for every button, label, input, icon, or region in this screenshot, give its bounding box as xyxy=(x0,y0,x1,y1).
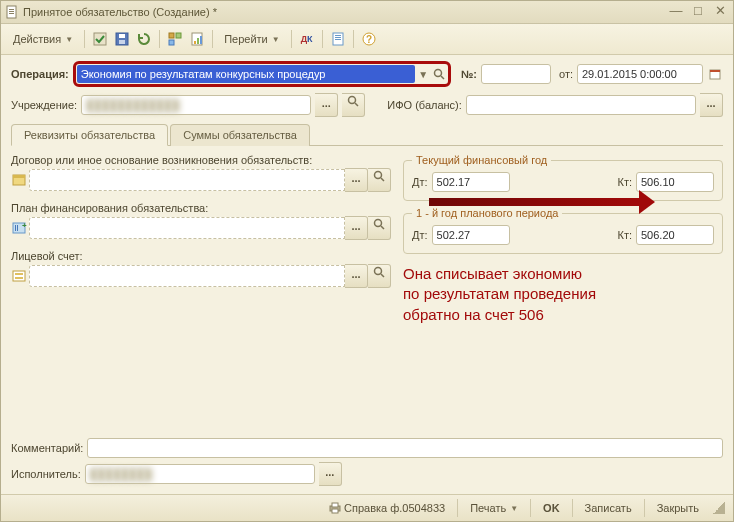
minimize-button[interactable]: — xyxy=(667,5,685,19)
tabs: Реквизиты обязательства Суммы обязательс… xyxy=(11,123,723,146)
p1-kt-input[interactable]: 506.20 xyxy=(636,225,714,245)
document-icon xyxy=(5,5,19,19)
p1-dt-input[interactable]: 502.27 xyxy=(432,225,510,245)
save-icon[interactable] xyxy=(112,29,132,49)
structure-icon[interactable] xyxy=(165,29,185,49)
account-ref-icon[interactable] xyxy=(11,268,27,284)
svg-rect-24 xyxy=(710,70,720,72)
svg-rect-3 xyxy=(9,13,14,14)
svg-rect-16 xyxy=(335,35,341,36)
svg-point-29 xyxy=(375,172,382,179)
basis-input[interactable] xyxy=(29,169,345,191)
plan-open-button[interactable] xyxy=(368,216,391,240)
svg-rect-8 xyxy=(169,33,174,38)
operation-value: Экономия по результатам конкурсных проце… xyxy=(81,68,326,80)
reference-button[interactable]: Справка ф.0504833 xyxy=(322,500,451,516)
svg-rect-1 xyxy=(9,9,14,10)
dropdown-icon[interactable]: ▼ xyxy=(415,66,431,82)
operation-highlight: Экономия по результатам конкурсных проце… xyxy=(73,61,451,87)
svg-text:+: + xyxy=(22,221,27,230)
help-icon[interactable]: ? xyxy=(359,29,379,49)
save-button[interactable]: Записать xyxy=(579,500,638,516)
dtkt-icon[interactable]: ДК xyxy=(297,29,317,49)
goto-menu[interactable]: Перейти▼ xyxy=(218,31,286,47)
basis-open-button[interactable] xyxy=(368,168,391,192)
org-select-button[interactable]: ... xyxy=(315,93,338,117)
cur-kt-input[interactable]: 506.10 xyxy=(636,172,714,192)
number-label: №: xyxy=(461,68,477,80)
svg-rect-38 xyxy=(15,273,23,275)
form-area: Операция: Экономия по результатам конкур… xyxy=(1,55,733,494)
app-window: Принятое обязательство (Создание) * — □ … xyxy=(0,0,734,522)
resize-grip[interactable] xyxy=(713,502,725,514)
maximize-button[interactable]: □ xyxy=(689,5,707,19)
ok-button[interactable]: OK xyxy=(537,500,566,516)
plan-select-button[interactable]: ... xyxy=(345,216,368,240)
p1-dt-label: Дт: xyxy=(412,229,428,241)
account-select-button[interactable]: ... xyxy=(345,264,368,288)
account-label: Лицевой счет: xyxy=(11,250,391,262)
org-label: Учреждение: xyxy=(11,99,77,111)
account-open-button[interactable] xyxy=(368,264,391,288)
svg-rect-18 xyxy=(335,39,341,40)
svg-rect-2 xyxy=(9,11,14,12)
svg-rect-4 xyxy=(94,33,106,45)
svg-line-22 xyxy=(441,76,444,79)
p1-kt-label: Кт: xyxy=(617,229,632,241)
plan-input[interactable] xyxy=(29,217,345,239)
plan-ref-icon[interactable]: + xyxy=(11,220,27,236)
close-window-button[interactable]: ✕ xyxy=(711,5,729,19)
basis-label: Договор или иное основание возникновения… xyxy=(11,154,391,166)
tab-requisites[interactable]: Реквизиты обязательства xyxy=(11,124,168,146)
cur-dt-label: Дт: xyxy=(412,176,428,188)
svg-line-41 xyxy=(381,274,384,277)
svg-line-36 xyxy=(381,226,384,229)
refresh-icon[interactable] xyxy=(134,29,154,49)
executor-label: Исполнитель: xyxy=(11,468,81,480)
tab-body: Договор или иное основание возникновения… xyxy=(11,154,723,325)
svg-line-30 xyxy=(381,178,384,181)
magnifier-icon[interactable] xyxy=(431,66,447,82)
date-input[interactable]: 29.01.2015 0:00:00 xyxy=(577,64,703,84)
date-picker-icon[interactable] xyxy=(707,66,723,82)
current-year-group: Текущий финансовый год Дт: 502.17 Кт: 50… xyxy=(403,154,723,201)
svg-rect-17 xyxy=(335,37,341,38)
date-label: от: xyxy=(559,68,573,80)
cur-dt-input[interactable]: 502.17 xyxy=(432,172,510,192)
printer-icon xyxy=(328,502,342,514)
form-icon[interactable] xyxy=(328,29,348,49)
comment-input[interactable] xyxy=(87,438,723,458)
ifo-input[interactable] xyxy=(466,95,696,115)
svg-rect-13 xyxy=(197,38,199,44)
basis-ref-icon[interactable] xyxy=(11,172,27,188)
actions-menu[interactable]: Действия▼ xyxy=(7,31,79,47)
executor-input[interactable]: ████████ xyxy=(85,464,315,484)
operation-field[interactable]: Экономия по результатам конкурсных проце… xyxy=(77,65,415,83)
svg-rect-6 xyxy=(119,34,125,38)
post-icon[interactable] xyxy=(90,29,110,49)
print-menu[interactable]: Печать▼ xyxy=(464,500,524,516)
cur-kt-label: Кт: xyxy=(617,176,632,188)
svg-rect-44 xyxy=(332,509,338,513)
close-button[interactable]: Закрыть xyxy=(651,500,705,516)
org-input[interactable]: ████████████ xyxy=(81,95,311,115)
account-input[interactable] xyxy=(29,265,345,287)
svg-point-21 xyxy=(435,70,442,77)
operation-label: Операция: xyxy=(11,68,69,80)
toolbar: Действия▼ Перейти▼ ДК ? xyxy=(1,24,733,55)
number-input[interactable] xyxy=(481,64,551,84)
svg-rect-28 xyxy=(13,175,25,178)
tab-sums[interactable]: Суммы обязательства xyxy=(170,124,310,146)
svg-rect-9 xyxy=(176,33,181,38)
plan-year1-group: 1 - й год планового периода Дт: 502.27 К… xyxy=(403,207,723,254)
svg-point-40 xyxy=(375,268,382,275)
current-year-legend: Текущий финансовый год xyxy=(412,154,551,166)
basis-select-button[interactable]: ... xyxy=(345,168,368,192)
org-open-button[interactable] xyxy=(342,93,365,117)
executor-select-button[interactable]: ... xyxy=(319,462,342,486)
svg-rect-32 xyxy=(15,225,16,231)
svg-rect-39 xyxy=(15,277,23,279)
report-icon[interactable] xyxy=(187,29,207,49)
ifo-select-button[interactable]: ... xyxy=(700,93,723,117)
svg-text:?: ? xyxy=(366,34,372,45)
